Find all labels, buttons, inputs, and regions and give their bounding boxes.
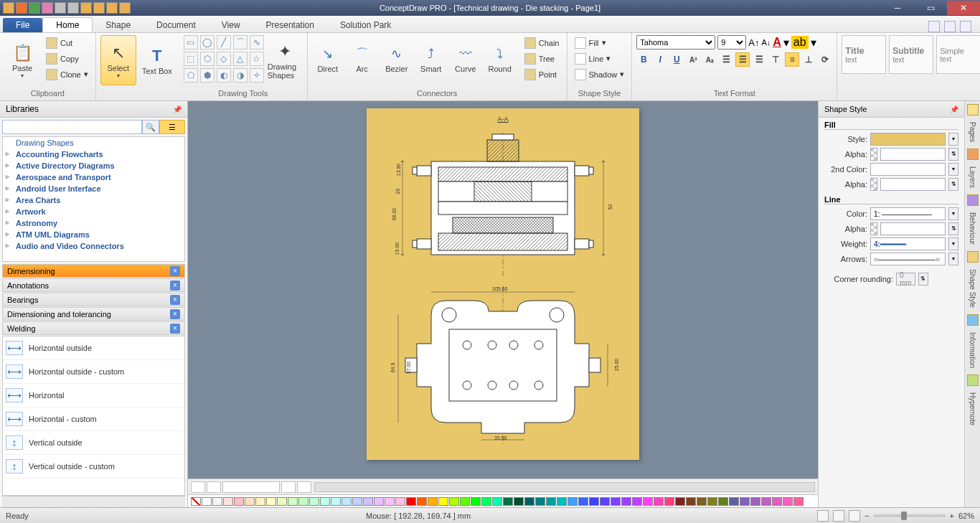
color-swatch[interactable] [761, 497, 771, 506]
color-swatch[interactable] [772, 497, 782, 506]
color-swatch[interactable] [460, 497, 470, 506]
close-icon[interactable]: × [170, 281, 180, 291]
color-swatch[interactable] [449, 497, 459, 506]
text-direction-button[interactable]: ⟳ [818, 52, 832, 67]
color-swatch[interactable] [212, 497, 222, 506]
color-swatch[interactable] [664, 497, 674, 506]
layers-tab-icon[interactable] [967, 149, 979, 160]
tool[interactable]: △ [233, 52, 248, 66]
tool[interactable]: ⬚ [184, 52, 198, 66]
fontsize-select[interactable]: 9 [717, 35, 746, 50]
zoom-tool-icon[interactable] [833, 510, 844, 522]
tree-button[interactable]: Tree [522, 51, 562, 66]
alpha2-spin[interactable]: ⇅ [948, 178, 958, 191]
qat-icon[interactable] [93, 2, 105, 14]
qat-icon[interactable] [3, 2, 14, 14]
color-swatch[interactable] [395, 497, 405, 506]
close-icon[interactable]: × [170, 295, 180, 305]
tool[interactable]: ✧ [250, 68, 264, 83]
color-swatch[interactable] [535, 497, 545, 506]
textbox-button[interactable]: TText Box [139, 35, 175, 85]
drawing-page[interactable]: A-A [367, 108, 639, 460]
behaviour-tab-icon[interactable] [967, 194, 979, 206]
tree-item[interactable]: Accounting Flowcharts [3, 149, 184, 160]
arc-tool[interactable]: ⌒ [233, 35, 248, 50]
color-swatch[interactable] [600, 497, 610, 506]
section-welding[interactable]: Welding× [2, 321, 185, 335]
tab-solution-park[interactable]: Solution Park [327, 18, 404, 32]
shape-list[interactable]: ⟷Horizontal outside ⟷Horizontal outside … [2, 336, 185, 496]
dropdown-icon[interactable]: ▾ [948, 253, 958, 265]
line-color-field[interactable]: 1: ——————— [870, 207, 946, 220]
left-scrollbar[interactable] [2, 496, 185, 507]
align-right-button[interactable]: ☰ [752, 52, 766, 67]
tab-home[interactable]: Home [42, 17, 93, 32]
dropdown-icon[interactable]: ▾ [948, 133, 958, 146]
maximize-button[interactable]: ▭ [914, 1, 947, 15]
tree-item[interactable]: Active Directory Diagrams [3, 160, 184, 171]
chain-button[interactable]: Chain [522, 35, 562, 50]
tool[interactable]: ◇ [217, 52, 231, 66]
search-button[interactable]: 🔍 [142, 120, 159, 134]
cut-button[interactable]: Cut [43, 35, 91, 50]
color-swatch[interactable] [503, 497, 513, 506]
color-swatch[interactable] [707, 497, 717, 506]
qat-icon[interactable] [80, 2, 92, 14]
tool[interactable]: ⬢ [200, 68, 215, 83]
dropdown-icon[interactable]: ▾ [948, 163, 958, 176]
tree-item[interactable]: Aerospace and Transport [3, 171, 184, 183]
section-dimensioning[interactable]: Dimensioning× [2, 264, 185, 278]
title-style-3[interactable]: Simpletext [936, 35, 980, 74]
shapestyle-tab-icon[interactable] [967, 251, 979, 263]
shrink-font-icon[interactable]: A↓ [761, 38, 771, 47]
color-swatch[interactable] [417, 497, 427, 506]
shapestyle-tab[interactable]: Shape Style [966, 264, 979, 313]
tree-item[interactable]: ATM UML Diagrams [3, 229, 184, 240]
color-swatch[interactable] [471, 497, 481, 506]
tab-presentation[interactable]: Presentation [253, 18, 327, 32]
collapse-ribbon-icon[interactable] [960, 21, 971, 32]
shape-item[interactable]: ⟷Horizontal outside [3, 336, 184, 360]
underline-button[interactable]: U [669, 52, 684, 67]
color-swatch[interactable] [428, 497, 438, 506]
color-swatch[interactable] [589, 497, 599, 506]
color-swatch[interactable] [341, 497, 352, 506]
hypernote-tab-icon[interactable] [967, 374, 979, 386]
pin-icon[interactable]: 📌 [173, 105, 182, 113]
color-swatch[interactable] [234, 497, 244, 506]
corner-spin[interactable]: ⇅ [918, 273, 928, 286]
next-page-button[interactable] [281, 481, 296, 493]
clone-button[interactable]: Clone ▾ [43, 67, 91, 82]
fit-page-icon[interactable] [849, 510, 860, 522]
color-swatch[interactable] [514, 497, 524, 506]
close-icon[interactable]: × [170, 324, 180, 334]
color-swatch[interactable] [223, 497, 233, 506]
fill-button[interactable]: Fill ▾ [572, 35, 628, 50]
line-tool[interactable]: ╱ [217, 35, 231, 50]
qat-icon[interactable] [119, 2, 131, 14]
library-search-input[interactable] [2, 120, 142, 134]
dropdown-icon[interactable]: ▾ [948, 237, 958, 250]
hypernote-tab[interactable]: Hypernote [966, 387, 979, 430]
section-tolerancing[interactable]: Dimensioning and tolerancing× [2, 307, 185, 321]
point-button[interactable]: Point [522, 67, 562, 82]
alpha2-slider[interactable] [870, 178, 877, 191]
qat-icon[interactable] [67, 2, 79, 14]
behaviour-tab[interactable]: Behaviour [966, 207, 979, 250]
qat-icon[interactable] [42, 2, 53, 14]
tool[interactable]: ◐ [217, 68, 231, 83]
color-swatch[interactable] [750, 497, 760, 506]
shape-item[interactable]: ↕Vertical outside [3, 431, 184, 455]
prev-page-button[interactable] [207, 481, 221, 493]
alpha-spin[interactable]: ⇅ [948, 148, 958, 161]
tool[interactable]: ◑ [233, 68, 248, 83]
corner-field[interactable]: 0 mm [896, 273, 915, 286]
align-center-button[interactable]: ☰ [735, 52, 750, 67]
copy-button[interactable]: Copy [43, 51, 91, 66]
paste-button[interactable]: 📋Paste▾ [4, 35, 40, 85]
drawing-shapes-button[interactable]: ✦Drawing Shapes [267, 35, 303, 85]
connector-curve[interactable]: 〰Curve [450, 35, 481, 81]
arrows-field[interactable]: ○————————○ [870, 253, 946, 265]
color-swatch[interactable] [202, 497, 212, 506]
close-button[interactable]: ✕ [947, 1, 980, 15]
